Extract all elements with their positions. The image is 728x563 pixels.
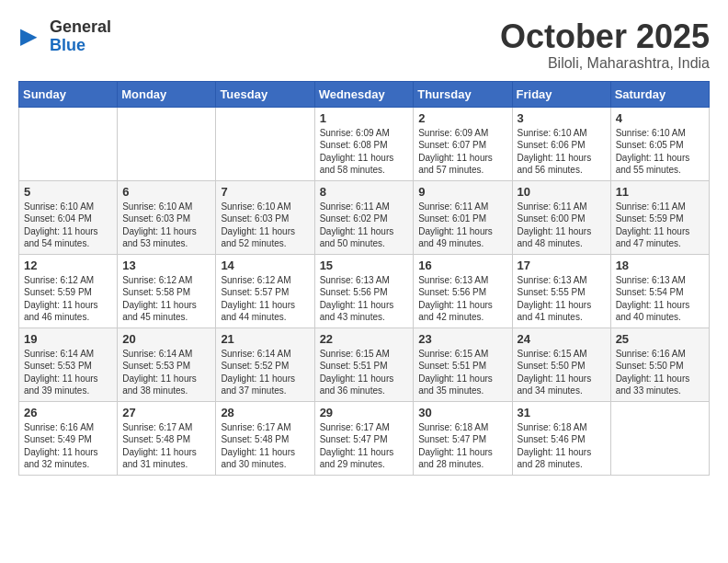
weekday-header-tuesday: Tuesday (216, 81, 314, 107)
calendar-cell: 7Sunrise: 6:10 AM Sunset: 6:03 PM Daylig… (216, 180, 314, 254)
day-number: 19 (24, 332, 112, 346)
calendar-week-row: 12Sunrise: 6:12 AM Sunset: 5:59 PM Dayli… (19, 254, 710, 327)
day-number: 2 (418, 111, 506, 125)
calendar-cell: 15Sunrise: 6:13 AM Sunset: 5:56 PM Dayli… (314, 254, 414, 327)
logo-general-text: General (50, 17, 111, 36)
calendar-week-row: 5Sunrise: 6:10 AM Sunset: 6:04 PM Daylig… (19, 180, 710, 254)
cell-info: Sunrise: 6:13 AM Sunset: 5:56 PM Dayligh… (320, 274, 409, 324)
day-number: 12 (24, 259, 112, 272)
cell-info: Sunrise: 6:15 AM Sunset: 5:51 PM Dayligh… (320, 348, 409, 397)
cell-info: Sunrise: 6:13 AM Sunset: 5:55 PM Dayligh… (518, 274, 606, 324)
day-number: 4 (616, 111, 704, 125)
day-number: 14 (221, 259, 309, 272)
cell-info: Sunrise: 6:11 AM Sunset: 6:02 PM Dayligh… (320, 201, 409, 250)
cell-info: Sunrise: 6:09 AM Sunset: 6:08 PM Dayligh… (320, 127, 409, 177)
day-number: 16 (418, 259, 506, 272)
calendar-cell: 28Sunrise: 6:17 AM Sunset: 5:48 PM Dayli… (216, 401, 314, 475)
calendar-cell: 13Sunrise: 6:12 AM Sunset: 5:58 PM Dayli… (118, 254, 216, 327)
calendar-cell: 9Sunrise: 6:11 AM Sunset: 6:01 PM Daylig… (414, 180, 512, 254)
cell-info: Sunrise: 6:11 AM Sunset: 6:00 PM Dayligh… (518, 201, 606, 250)
calendar-cell: 5Sunrise: 6:10 AM Sunset: 6:04 PM Daylig… (19, 180, 118, 254)
day-number: 23 (418, 332, 506, 346)
day-number: 17 (518, 259, 606, 272)
location: Biloli, Maharashtra, India (500, 55, 710, 72)
calendar-week-row: 1Sunrise: 6:09 AM Sunset: 6:08 PM Daylig… (19, 107, 710, 180)
calendar-cell: 10Sunrise: 6:11 AM Sunset: 6:00 PM Dayli… (512, 180, 610, 254)
calendar-cell: 18Sunrise: 6:13 AM Sunset: 5:54 PM Dayli… (610, 254, 709, 327)
cell-info: Sunrise: 6:18 AM Sunset: 5:47 PM Dayligh… (418, 421, 506, 471)
day-number: 25 (616, 332, 704, 346)
calendar-cell: 22Sunrise: 6:15 AM Sunset: 5:51 PM Dayli… (314, 327, 414, 401)
cell-info: Sunrise: 6:10 AM Sunset: 6:03 PM Dayligh… (221, 201, 309, 250)
calendar-cell (610, 401, 709, 475)
cell-info: Sunrise: 6:17 AM Sunset: 5:48 PM Dayligh… (122, 421, 210, 471)
cell-info: Sunrise: 6:13 AM Sunset: 5:54 PM Dayligh… (616, 274, 704, 324)
logo: ▶ General Blue (18, 18, 111, 55)
calendar-cell: 19Sunrise: 6:14 AM Sunset: 5:53 PM Dayli… (19, 327, 118, 401)
calendar-cell: 4Sunrise: 6:10 AM Sunset: 6:05 PM Daylig… (610, 107, 709, 180)
calendar-cell: 8Sunrise: 6:11 AM Sunset: 6:02 PM Daylig… (314, 180, 414, 254)
calendar-cell: 31Sunrise: 6:18 AM Sunset: 5:46 PM Dayli… (512, 401, 610, 475)
day-number: 15 (320, 259, 409, 272)
calendar-cell: 29Sunrise: 6:17 AM Sunset: 5:47 PM Dayli… (314, 401, 414, 475)
calendar-cell (19, 107, 118, 180)
day-number: 10 (518, 185, 606, 199)
weekday-header-monday: Monday (118, 81, 216, 107)
day-number: 5 (24, 185, 112, 199)
calendar-cell: 6Sunrise: 6:10 AM Sunset: 6:03 PM Daylig… (118, 180, 216, 254)
cell-info: Sunrise: 6:16 AM Sunset: 5:49 PM Dayligh… (24, 421, 112, 471)
weekday-header-friday: Friday (512, 81, 610, 107)
day-number: 21 (221, 332, 309, 346)
calendar-cell: 25Sunrise: 6:16 AM Sunset: 5:50 PM Dayli… (610, 327, 709, 401)
cell-info: Sunrise: 6:12 AM Sunset: 5:59 PM Dayligh… (24, 274, 112, 324)
month-title: October 2025 (500, 18, 710, 55)
logo-icon: ▶ (18, 24, 44, 50)
calendar-cell: 16Sunrise: 6:13 AM Sunset: 5:56 PM Dayli… (414, 254, 512, 327)
day-number: 28 (221, 406, 309, 419)
day-number: 6 (122, 185, 210, 199)
calendar-cell (216, 107, 314, 180)
day-number: 22 (320, 332, 409, 346)
cell-info: Sunrise: 6:18 AM Sunset: 5:46 PM Dayligh… (518, 421, 606, 471)
calendar-cell: 11Sunrise: 6:11 AM Sunset: 5:59 PM Dayli… (610, 180, 709, 254)
logo-blue-text: Blue (50, 36, 85, 54)
weekday-header-wednesday: Wednesday (314, 81, 414, 107)
calendar-cell: 1Sunrise: 6:09 AM Sunset: 6:08 PM Daylig… (314, 107, 414, 180)
day-number: 1 (320, 111, 409, 125)
calendar-cell: 27Sunrise: 6:17 AM Sunset: 5:48 PM Dayli… (118, 401, 216, 475)
day-number: 29 (320, 406, 409, 419)
cell-info: Sunrise: 6:13 AM Sunset: 5:56 PM Dayligh… (418, 274, 506, 324)
calendar-cell: 30Sunrise: 6:18 AM Sunset: 5:47 PM Dayli… (414, 401, 512, 475)
day-number: 13 (122, 259, 210, 272)
cell-info: Sunrise: 6:10 AM Sunset: 6:04 PM Dayligh… (24, 201, 112, 250)
calendar-week-row: 19Sunrise: 6:14 AM Sunset: 5:53 PM Dayli… (19, 327, 710, 401)
day-number: 24 (518, 332, 606, 346)
cell-info: Sunrise: 6:17 AM Sunset: 5:48 PM Dayligh… (221, 421, 309, 471)
cell-info: Sunrise: 6:14 AM Sunset: 5:53 PM Dayligh… (24, 348, 112, 397)
weekday-header-thursday: Thursday (414, 81, 512, 107)
cell-info: Sunrise: 6:10 AM Sunset: 6:05 PM Dayligh… (616, 127, 704, 177)
day-number: 11 (616, 185, 704, 199)
day-number: 7 (221, 185, 309, 199)
cell-info: Sunrise: 6:14 AM Sunset: 5:53 PM Dayligh… (122, 348, 210, 397)
calendar-cell: 14Sunrise: 6:12 AM Sunset: 5:57 PM Dayli… (216, 254, 314, 327)
calendar-cell: 23Sunrise: 6:15 AM Sunset: 5:51 PM Dayli… (414, 327, 512, 401)
day-number: 20 (122, 332, 210, 346)
calendar-cell: 24Sunrise: 6:15 AM Sunset: 5:50 PM Dayli… (512, 327, 610, 401)
cell-info: Sunrise: 6:09 AM Sunset: 6:07 PM Dayligh… (418, 127, 506, 177)
calendar-cell: 21Sunrise: 6:14 AM Sunset: 5:52 PM Dayli… (216, 327, 314, 401)
svg-text:▶: ▶ (20, 24, 38, 48)
day-number: 31 (518, 406, 606, 419)
cell-info: Sunrise: 6:11 AM Sunset: 5:59 PM Dayligh… (616, 201, 704, 250)
cell-info: Sunrise: 6:15 AM Sunset: 5:51 PM Dayligh… (418, 348, 506, 397)
calendar-cell: 20Sunrise: 6:14 AM Sunset: 5:53 PM Dayli… (118, 327, 216, 401)
day-number: 18 (616, 259, 704, 272)
cell-info: Sunrise: 6:10 AM Sunset: 6:06 PM Dayligh… (518, 127, 606, 177)
cell-info: Sunrise: 6:12 AM Sunset: 5:58 PM Dayligh… (122, 274, 210, 324)
cell-info: Sunrise: 6:11 AM Sunset: 6:01 PM Dayligh… (418, 201, 506, 250)
cell-info: Sunrise: 6:17 AM Sunset: 5:47 PM Dayligh… (320, 421, 409, 471)
day-number: 30 (418, 406, 506, 419)
day-number: 26 (24, 406, 112, 419)
weekday-header-sunday: Sunday (19, 81, 118, 107)
cell-info: Sunrise: 6:15 AM Sunset: 5:50 PM Dayligh… (518, 348, 606, 397)
